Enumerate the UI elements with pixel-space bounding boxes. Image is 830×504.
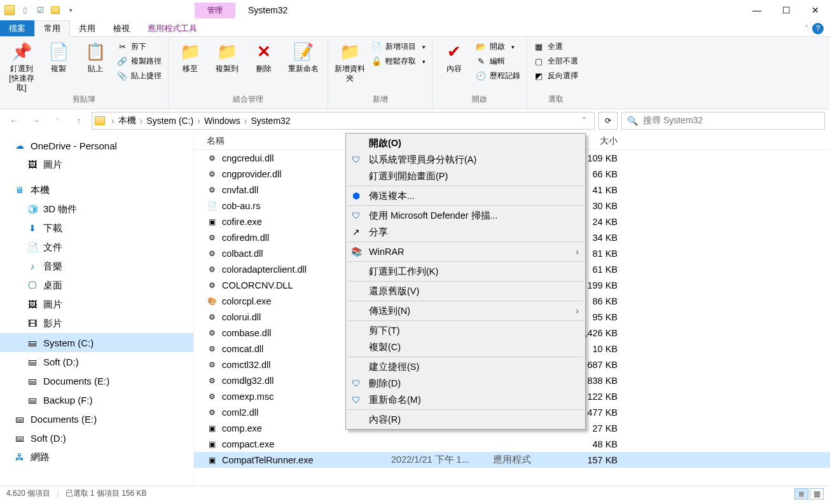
tree-3d[interactable]: 🧊3D 物件 xyxy=(0,200,193,219)
breadcrumb[interactable]: › 本機› System (C:)› Windows› System32 ˅ xyxy=(92,112,595,130)
status-item-count: 4,620 個項目 xyxy=(6,488,50,499)
ctx-defender[interactable]: 🛡使用 Microsoft Defender 掃描... xyxy=(347,207,584,224)
forward-button[interactable]: → xyxy=(27,112,45,130)
tree-docs-e[interactable]: 🖴Documents (E:) xyxy=(0,371,193,390)
qat-check-icon[interactable]: ☑ xyxy=(33,3,47,17)
copy-button[interactable]: 📄 複製 xyxy=(42,39,75,74)
delete-button[interactable]: ✕刪除 xyxy=(247,39,280,74)
select-all-button[interactable]: ▦全選 xyxy=(532,40,579,53)
tab-view[interactable]: 檢視 xyxy=(104,20,139,36)
tree-music[interactable]: ♪音樂 xyxy=(0,257,193,276)
collapse-ribbon-icon[interactable]: ˄ xyxy=(805,24,808,33)
bc-system32[interactable]: System32 xyxy=(251,116,290,126)
minimize-button[interactable]: — xyxy=(742,0,771,20)
ctx-cut[interactable]: 剪下(T) xyxy=(347,322,584,339)
search-input[interactable]: 🔍 搜尋 System32 xyxy=(621,112,825,130)
tree-pc[interactable]: 🖥本機 xyxy=(0,180,193,200)
edit-button[interactable]: ✎編輯 xyxy=(474,55,522,68)
tree-desktop[interactable]: 🖵桌面 xyxy=(0,276,193,295)
help-icon[interactable]: ? xyxy=(812,23,824,34)
select-none-button[interactable]: ▢全部不選 xyxy=(532,55,579,68)
back-button[interactable]: ← xyxy=(5,112,23,130)
ctx-copy[interactable]: 複製(C) xyxy=(347,339,584,355)
ctx-delete[interactable]: 🛡刪除(D) xyxy=(347,375,584,392)
ctx-send-to[interactable]: 傳送到(N)› xyxy=(347,303,584,319)
ctx-open[interactable]: 開啟(O) xyxy=(347,135,584,151)
group-label: 剪貼簿 xyxy=(5,94,163,107)
history-button[interactable]: 🕘歷程記錄 xyxy=(474,69,522,83)
tree-videos[interactable]: 🎞影片 xyxy=(0,314,193,333)
bc-drive[interactable]: System (C:) xyxy=(146,116,193,126)
file-row[interactable]: ▣compact.exe48 KB xyxy=(194,436,830,452)
tree-soft-d2[interactable]: 🖴Soft (D:) xyxy=(0,428,193,447)
dropbox-icon: ⬢ xyxy=(350,191,363,201)
tree-soft-d[interactable]: 🖴Soft (D:) xyxy=(0,352,193,371)
cube-icon: 🧊 xyxy=(27,203,38,215)
invert-selection-button[interactable]: ◩反向選擇 xyxy=(532,69,579,83)
copy-path-button[interactable]: 🔗複製路徑 xyxy=(116,55,163,68)
rename-button[interactable]: 📝重新命名 xyxy=(284,39,322,74)
qat-folder-icon[interactable] xyxy=(48,3,62,17)
nav-tree[interactable]: ☁OneDrive - Personal 🖼圖片 🖥本機 🧊3D 物件 ⬇下載 … xyxy=(0,132,194,486)
tab-share[interactable]: 共用 xyxy=(70,20,104,36)
bc-windows[interactable]: Windows xyxy=(204,116,240,126)
tree-system-c[interactable]: 🖴System (C:) xyxy=(0,333,193,352)
new-item-button[interactable]: 📄新增項目▾ xyxy=(370,40,427,53)
edit-icon: ✎ xyxy=(476,57,486,67)
ctx-properties[interactable]: 內容(R) xyxy=(347,411,584,428)
ctx-share[interactable]: ↗分享 xyxy=(347,224,584,240)
refresh-button[interactable]: ⟳ xyxy=(598,112,618,130)
shield-icon: 🛡 xyxy=(350,378,363,388)
ctx-dropbox[interactable]: ⬢傳送複本... xyxy=(347,187,584,204)
details-view-button[interactable]: ≣ xyxy=(794,488,808,500)
tree-network[interactable]: 🖧網路 xyxy=(0,447,193,467)
ctx-shortcut[interactable]: 建立捷徑(S) xyxy=(347,358,584,375)
group-label: 選取 xyxy=(532,94,579,107)
shield-icon: 🛡 xyxy=(350,154,363,165)
move-icon: 📁 xyxy=(180,41,200,62)
ctx-pin-start[interactable]: 釘選到開始畫面(P) xyxy=(347,168,584,184)
paste-button[interactable]: 📋 貼上 xyxy=(79,39,112,74)
properties-button[interactable]: ✔內容 xyxy=(438,39,471,74)
tree-pictures[interactable]: 🖼圖片 xyxy=(0,295,193,314)
file-name: cngprovider.dll xyxy=(222,169,282,179)
easy-access-button[interactable]: 🔓輕鬆存取▾ xyxy=(370,55,427,68)
ctx-runas[interactable]: 🛡以系統管理員身分執行(A) xyxy=(347,151,584,168)
cut-button[interactable]: ✂剪下 xyxy=(116,40,163,53)
tree-downloads[interactable]: ⬇下載 xyxy=(0,219,193,238)
file-icon: ▣ xyxy=(207,423,217,433)
drive-icon: 🖴 xyxy=(27,356,38,367)
ctx-rename[interactable]: 🛡重新命名(M) xyxy=(347,392,584,408)
recent-dropdown[interactable]: ˅ xyxy=(48,112,66,130)
tree-od-pictures[interactable]: 🖼圖片 xyxy=(0,155,193,174)
paste-shortcut-button[interactable]: 📎貼上捷徑 xyxy=(116,69,163,83)
move-to-button[interactable]: 📁移至 xyxy=(174,39,207,74)
tree-backup-f[interactable]: 🖴Backup (F:) xyxy=(0,390,193,409)
tab-home[interactable]: 常用 xyxy=(34,20,70,37)
tree-onedrive[interactable]: ☁OneDrive - Personal xyxy=(0,136,193,155)
qat-save-icon[interactable]: ▯ xyxy=(18,3,32,17)
tab-app-tools[interactable]: 應用程式工具 xyxy=(139,20,206,36)
copy-to-button[interactable]: 📁複製到 xyxy=(211,39,244,74)
desktop-icon: 🖵 xyxy=(27,280,38,291)
new-folder-button[interactable]: 📁新增資料夾 xyxy=(333,39,366,83)
tree-docs-e2[interactable]: 🖴Documents (E:) xyxy=(0,409,193,428)
tab-file[interactable]: 檔案 xyxy=(0,20,34,36)
ctx-winrar[interactable]: 📚WinRAR› xyxy=(347,243,584,260)
ctx-restore[interactable]: 還原舊版(V) xyxy=(347,283,584,299)
file-row[interactable]: ▣CompatTelRunner.exe2022/1/21 下午 1...應用程… xyxy=(194,452,830,468)
file-name: coloradapterclient.dll xyxy=(222,264,307,275)
download-icon: ⬇ xyxy=(27,222,38,234)
up-button[interactable]: ↑ xyxy=(70,112,88,130)
thumbnails-view-button[interactable]: ▦ xyxy=(810,488,824,500)
ctx-pin-taskbar[interactable]: 釘選到工作列(K) xyxy=(347,263,584,280)
close-button[interactable]: ✕ xyxy=(801,0,830,20)
maximize-button[interactable]: ☐ xyxy=(771,0,801,20)
bc-pc[interactable]: 本機 xyxy=(118,115,136,126)
bc-dropdown-icon[interactable]: ˅ xyxy=(576,116,591,126)
pin-quick-access-button[interactable]: 📌 釘選到 [快速存取] xyxy=(5,39,38,93)
open-button[interactable]: 📂開啟▾ xyxy=(474,40,522,53)
qat-dropdown-icon[interactable]: ▾ xyxy=(64,3,78,17)
tree-documents[interactable]: 📄文件 xyxy=(0,238,193,257)
contextual-tab-manage[interactable]: 管理 xyxy=(195,3,235,18)
